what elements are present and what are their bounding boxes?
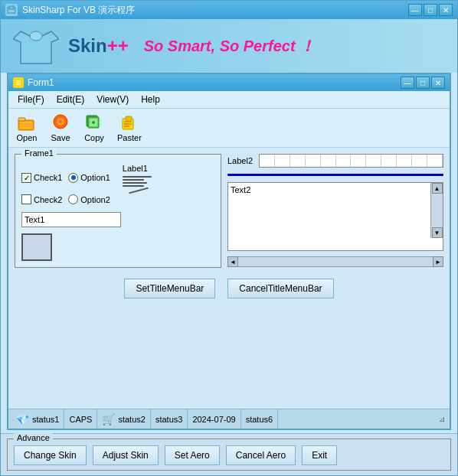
- frame1-legend: Frame1: [21, 148, 57, 158]
- paster-icon: [120, 113, 139, 132]
- cancel-aero-button[interactable]: Cancel Aero: [226, 445, 296, 465]
- open-icon: [18, 113, 36, 132]
- seg3: [290, 155, 306, 167]
- seg4: [306, 155, 321, 167]
- right-panel: Label2: [227, 154, 443, 268]
- progress-segments: [260, 155, 443, 167]
- scroll-right-button[interactable]: ►: [433, 256, 443, 267]
- menu-view[interactable]: View(V): [92, 93, 133, 106]
- scroll-track-h: [238, 256, 433, 267]
- seg8: [366, 155, 381, 167]
- svg-rect-18: [126, 116, 132, 120]
- menu-edit[interactable]: Edit(E): [52, 93, 90, 106]
- inner-window-body: File(F) Edit(E) View(V) Help: [8, 91, 450, 429]
- scroll-left-button[interactable]: ◄: [227, 256, 238, 267]
- status6-item: status6: [241, 409, 278, 429]
- tshirt-icon: [13, 25, 59, 67]
- svg-point-3: [30, 31, 42, 41]
- inner-minimize-button[interactable]: —: [401, 77, 414, 89]
- seg9: [381, 155, 397, 167]
- label1-text: Label1: [123, 164, 152, 173]
- outer-maximize-button[interactable]: □: [424, 4, 437, 16]
- toolbar-paster-button[interactable]: Paster: [114, 112, 145, 144]
- advance-legend: Advance: [14, 433, 53, 442]
- caps-label: CAPS: [69, 415, 92, 424]
- label2-text: Label2: [227, 156, 253, 165]
- scroll-up-button[interactable]: ▲: [432, 183, 443, 194]
- toolbar-open-button[interactable]: Open: [13, 112, 41, 144]
- label1-line2: [123, 179, 144, 181]
- option1-label: Option1: [80, 173, 110, 182]
- svg-rect-1: [9, 6, 14, 9]
- toolbar-copy-button[interactable]: Copy: [80, 112, 108, 144]
- change-skin-button[interactable]: Change Skin: [14, 445, 87, 465]
- status1-icon: 💎: [16, 413, 29, 425]
- text2-container: Text2 ▲ ▼: [227, 182, 443, 251]
- inner-window-icon: ⊞: [13, 77, 24, 88]
- seg10: [397, 155, 412, 167]
- inner-window-controls: — □ ✕: [401, 77, 445, 89]
- seg7: [351, 155, 366, 167]
- label1-line3: [123, 182, 147, 184]
- inner-titlebar: ⊞ Form1 — □ ✕: [8, 74, 450, 91]
- resize-grip[interactable]: ⊿: [439, 415, 447, 423]
- date-item: 2024-07-09: [188, 409, 240, 429]
- inner-close-button[interactable]: ✕: [431, 77, 445, 89]
- menu-help[interactable]: Help: [136, 93, 165, 106]
- option1-radio[interactable]: [68, 173, 78, 183]
- inner-window-title: Form1: [28, 77, 54, 88]
- option2-item: Option2: [68, 194, 110, 204]
- option2-radio[interactable]: [68, 194, 78, 204]
- progress-bar: [259, 154, 443, 168]
- check1-checkbox[interactable]: ✓: [21, 173, 31, 183]
- save-label: Save: [51, 133, 70, 142]
- action-buttons-row: SetTitleMenuBar CancelTitleMenuBar: [15, 274, 443, 303]
- outer-titlebar-left: SkinSharp For VB 演示程序: [5, 4, 135, 17]
- check2-checkbox[interactable]: [21, 194, 31, 204]
- small-box: [21, 233, 52, 261]
- inner-titlebar-left: ⊞ Form1: [13, 77, 54, 88]
- outer-window-icon: [5, 4, 18, 16]
- option1-item: Option1: [68, 173, 110, 183]
- cancel-title-menubar-button[interactable]: CancelTitleMenuBar: [227, 279, 333, 298]
- outer-window-title: SkinSharp For VB 演示程序: [22, 4, 135, 17]
- status2-label: status2: [118, 415, 145, 424]
- text1-input[interactable]: [21, 212, 121, 227]
- content-row: Frame1 ✓ Check1: [15, 154, 443, 268]
- inner-maximize-button[interactable]: □: [416, 77, 430, 89]
- scroll-down-button[interactable]: ▼: [432, 227, 443, 238]
- svg-point-11: [59, 120, 62, 123]
- toolbar: Open Save: [8, 109, 450, 148]
- svg-rect-6: [20, 122, 32, 129]
- advance-buttons: Change Skin Adjust Skin Set Aero Cancel …: [14, 445, 444, 465]
- outer-minimize-button[interactable]: —: [408, 4, 422, 16]
- banner-brand: Skin ++: [68, 35, 129, 57]
- toolbar-save-button[interactable]: Save: [47, 112, 74, 144]
- label1-line4: [123, 185, 144, 187]
- date-label: 2024-07-09: [192, 415, 235, 424]
- save-icon: [51, 113, 70, 132]
- set-title-menubar-button[interactable]: SetTitleMenuBar: [124, 279, 215, 298]
- scrollbar-vertical: ▲ ▼: [430, 183, 443, 238]
- label1-slash: [129, 187, 149, 194]
- statusbar: 💎 status1 CAPS 🛒 status2 status3 2024-07…: [8, 409, 450, 429]
- checkbox-option-row1: ✓ Check1 Option1 La: [21, 164, 214, 191]
- outer-close-button[interactable]: ✕: [439, 4, 453, 16]
- checkbox-option-row2: Check2 Option2: [21, 194, 214, 204]
- copy-label: Copy: [84, 133, 104, 142]
- status2-icon: 🛒: [102, 413, 115, 425]
- seg5: [321, 155, 336, 167]
- exit-button[interactable]: Exit: [302, 445, 337, 465]
- check2-label: Check2: [34, 195, 62, 204]
- text2-value: Text2: [231, 185, 250, 194]
- check2-item: Check2: [21, 194, 62, 204]
- paster-label: Paster: [117, 133, 142, 142]
- check1-label: Check1: [34, 173, 62, 182]
- text2-content: Text2: [228, 183, 443, 197]
- set-aero-button[interactable]: Set Aero: [165, 445, 220, 465]
- inner-window: ⊞ Form1 — □ ✕ File(F) Edit(E) View(V) He…: [7, 73, 451, 430]
- menu-file[interactable]: File(F): [13, 93, 49, 106]
- adjust-skin-button[interactable]: Adjust Skin: [93, 445, 159, 465]
- label1-line1: [123, 176, 152, 178]
- frame1-content: ✓ Check1 Option1 La: [21, 164, 214, 261]
